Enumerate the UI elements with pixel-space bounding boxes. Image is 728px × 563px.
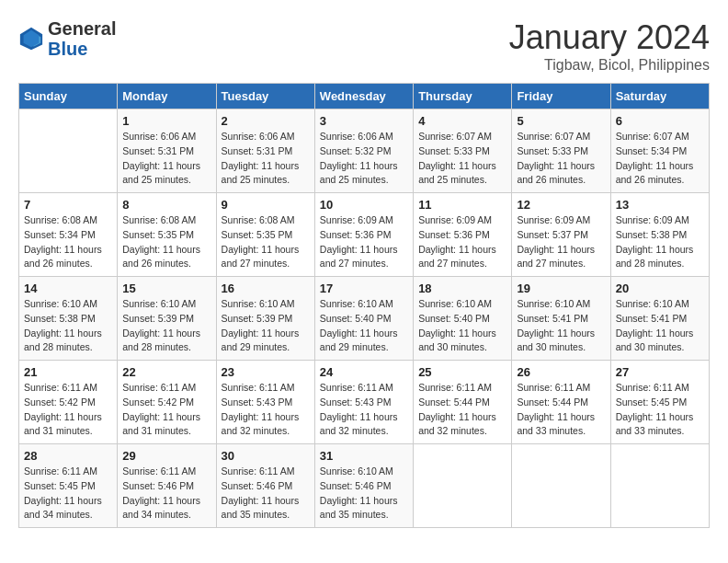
calendar-cell: 12Sunrise: 6:09 AMSunset: 5:37 PMDayligh… — [512, 193, 610, 277]
calendar-cell: 17Sunrise: 6:10 AMSunset: 5:40 PMDayligh… — [314, 277, 413, 361]
calendar-cell: 6Sunrise: 6:07 AMSunset: 5:34 PMDaylight… — [610, 109, 709, 193]
calendar-week-row: 14Sunrise: 6:10 AMSunset: 5:38 PMDayligh… — [19, 277, 710, 361]
day-detail: Sunrise: 6:08 AMSunset: 5:35 PMDaylight:… — [222, 213, 310, 271]
weekday-header: Thursday — [414, 84, 512, 109]
day-detail: Sunrise: 6:10 AMSunset: 5:40 PMDaylight:… — [320, 297, 408, 355]
calendar-cell — [19, 109, 118, 193]
day-number: 25 — [418, 365, 506, 379]
logo: General Blue — [18, 18, 116, 59]
day-detail: Sunrise: 6:08 AMSunset: 5:34 PMDaylight:… — [24, 213, 112, 271]
day-number: 4 — [418, 114, 506, 128]
day-number: 1 — [122, 114, 210, 128]
day-detail: Sunrise: 6:09 AMSunset: 5:38 PMDaylight:… — [616, 213, 704, 271]
day-number: 13 — [616, 198, 704, 212]
day-detail: Sunrise: 6:11 AMSunset: 5:43 PMDaylight:… — [320, 381, 408, 439]
calendar-cell: 11Sunrise: 6:09 AMSunset: 5:36 PMDayligh… — [414, 193, 512, 277]
calendar-cell — [512, 444, 610, 528]
day-number: 7 — [24, 198, 112, 212]
day-detail: Sunrise: 6:09 AMSunset: 5:37 PMDaylight:… — [517, 213, 605, 271]
calendar-cell: 29Sunrise: 6:11 AMSunset: 5:46 PMDayligh… — [118, 444, 216, 528]
day-detail: Sunrise: 6:08 AMSunset: 5:35 PMDaylight:… — [122, 213, 210, 271]
day-number: 18 — [418, 282, 506, 295]
weekday-header: Tuesday — [216, 84, 314, 109]
calendar-week-row: 1Sunrise: 6:06 AMSunset: 5:31 PMDaylight… — [19, 109, 710, 193]
day-detail: Sunrise: 6:11 AMSunset: 5:44 PMDaylight:… — [418, 381, 506, 439]
day-number: 23 — [222, 365, 310, 379]
calendar-cell: 14Sunrise: 6:10 AMSunset: 5:38 PMDayligh… — [19, 277, 118, 361]
weekday-header: Saturday — [610, 84, 709, 109]
weekday-header: Sunday — [19, 84, 118, 109]
day-number: 14 — [24, 282, 112, 295]
calendar-body: 1Sunrise: 6:06 AMSunset: 5:31 PMDaylight… — [19, 109, 710, 528]
calendar-cell: 8Sunrise: 6:08 AMSunset: 5:35 PMDaylight… — [118, 193, 216, 277]
calendar-cell: 9Sunrise: 6:08 AMSunset: 5:35 PMDaylight… — [216, 193, 314, 277]
day-number: 6 — [616, 114, 704, 128]
logo-general: General — [48, 18, 116, 39]
logo-blue: Blue — [48, 39, 116, 59]
day-detail: Sunrise: 6:11 AMSunset: 5:45 PMDaylight:… — [616, 381, 704, 439]
day-detail: Sunrise: 6:07 AMSunset: 5:33 PMDaylight:… — [517, 130, 605, 188]
calendar-cell: 27Sunrise: 6:11 AMSunset: 5:45 PMDayligh… — [610, 361, 709, 444]
calendar-cell: 2Sunrise: 6:06 AMSunset: 5:31 PMDaylight… — [216, 109, 314, 193]
calendar-week-row: 21Sunrise: 6:11 AMSunset: 5:42 PMDayligh… — [19, 361, 710, 444]
calendar-cell: 21Sunrise: 6:11 AMSunset: 5:42 PMDayligh… — [19, 361, 118, 444]
day-detail: Sunrise: 6:11 AMSunset: 5:45 PMDaylight:… — [24, 465, 112, 523]
calendar-cell: 5Sunrise: 6:07 AMSunset: 5:33 PMDaylight… — [512, 109, 610, 193]
day-detail: Sunrise: 6:10 AMSunset: 5:39 PMDaylight:… — [222, 297, 310, 355]
day-detail: Sunrise: 6:11 AMSunset: 5:46 PMDaylight:… — [222, 465, 310, 523]
logo-icon — [18, 26, 44, 52]
day-detail: Sunrise: 6:06 AMSunset: 5:32 PMDaylight:… — [320, 130, 408, 188]
day-number: 31 — [320, 449, 408, 463]
day-detail: Sunrise: 6:10 AMSunset: 5:46 PMDaylight:… — [320, 465, 408, 523]
day-number: 20 — [616, 282, 704, 295]
day-detail: Sunrise: 6:11 AMSunset: 5:42 PMDaylight:… — [122, 381, 210, 439]
calendar-location: Tigbaw, Bicol, Philippines — [509, 57, 710, 74]
weekday-row: SundayMondayTuesdayWednesdayThursdayFrid… — [19, 84, 710, 109]
day-detail: Sunrise: 6:10 AMSunset: 5:41 PMDaylight:… — [517, 297, 605, 355]
calendar-cell — [610, 444, 709, 528]
calendar-cell: 1Sunrise: 6:06 AMSunset: 5:31 PMDaylight… — [118, 109, 216, 193]
day-number: 15 — [122, 282, 210, 295]
day-number: 29 — [122, 449, 210, 463]
day-number: 5 — [517, 114, 605, 128]
calendar-cell: 19Sunrise: 6:10 AMSunset: 5:41 PMDayligh… — [512, 277, 610, 361]
calendar-cell: 10Sunrise: 6:09 AMSunset: 5:36 PMDayligh… — [314, 193, 413, 277]
weekday-header: Wednesday — [314, 84, 413, 109]
calendar-cell: 30Sunrise: 6:11 AMSunset: 5:46 PMDayligh… — [216, 444, 314, 528]
weekday-header: Friday — [512, 84, 610, 109]
day-number: 10 — [320, 198, 408, 212]
day-detail: Sunrise: 6:10 AMSunset: 5:39 PMDaylight:… — [122, 297, 210, 355]
day-detail: Sunrise: 6:11 AMSunset: 5:46 PMDaylight:… — [122, 465, 210, 523]
day-number: 19 — [517, 282, 605, 295]
day-number: 22 — [122, 365, 210, 379]
day-number: 26 — [517, 365, 605, 379]
calendar-cell: 13Sunrise: 6:09 AMSunset: 5:38 PMDayligh… — [610, 193, 709, 277]
weekday-header: Monday — [118, 84, 216, 109]
calendar-title: January 2024 — [509, 18, 710, 57]
calendar-cell: 15Sunrise: 6:10 AMSunset: 5:39 PMDayligh… — [118, 277, 216, 361]
calendar-cell — [414, 444, 512, 528]
day-detail: Sunrise: 6:10 AMSunset: 5:38 PMDaylight:… — [24, 297, 112, 355]
day-number: 30 — [222, 449, 310, 463]
day-detail: Sunrise: 6:11 AMSunset: 5:43 PMDaylight:… — [222, 381, 310, 439]
day-number: 16 — [222, 282, 310, 295]
day-number: 21 — [24, 365, 112, 379]
day-detail: Sunrise: 6:11 AMSunset: 5:42 PMDaylight:… — [24, 381, 112, 439]
calendar-cell: 4Sunrise: 6:07 AMSunset: 5:33 PMDaylight… — [414, 109, 512, 193]
day-number: 17 — [320, 282, 408, 295]
day-detail: Sunrise: 6:10 AMSunset: 5:41 PMDaylight:… — [616, 297, 704, 355]
logo-text: General Blue — [48, 18, 116, 59]
day-detail: Sunrise: 6:10 AMSunset: 5:40 PMDaylight:… — [418, 297, 506, 355]
day-number: 3 — [320, 114, 408, 128]
calendar-cell: 24Sunrise: 6:11 AMSunset: 5:43 PMDayligh… — [314, 361, 413, 444]
page-header: General Blue January 2024 Tigbaw, Bicol,… — [18, 18, 710, 74]
day-number: 8 — [122, 198, 210, 212]
day-detail: Sunrise: 6:07 AMSunset: 5:34 PMDaylight:… — [616, 130, 704, 188]
calendar-week-row: 28Sunrise: 6:11 AMSunset: 5:45 PMDayligh… — [19, 444, 710, 528]
day-detail: Sunrise: 6:06 AMSunset: 5:31 PMDaylight:… — [222, 130, 310, 188]
day-detail: Sunrise: 6:06 AMSunset: 5:31 PMDaylight:… — [122, 130, 210, 188]
title-block: January 2024 Tigbaw, Bicol, Philippines — [509, 18, 710, 74]
day-number: 12 — [517, 198, 605, 212]
day-detail: Sunrise: 6:11 AMSunset: 5:44 PMDaylight:… — [517, 381, 605, 439]
day-detail: Sunrise: 6:07 AMSunset: 5:33 PMDaylight:… — [418, 130, 506, 188]
